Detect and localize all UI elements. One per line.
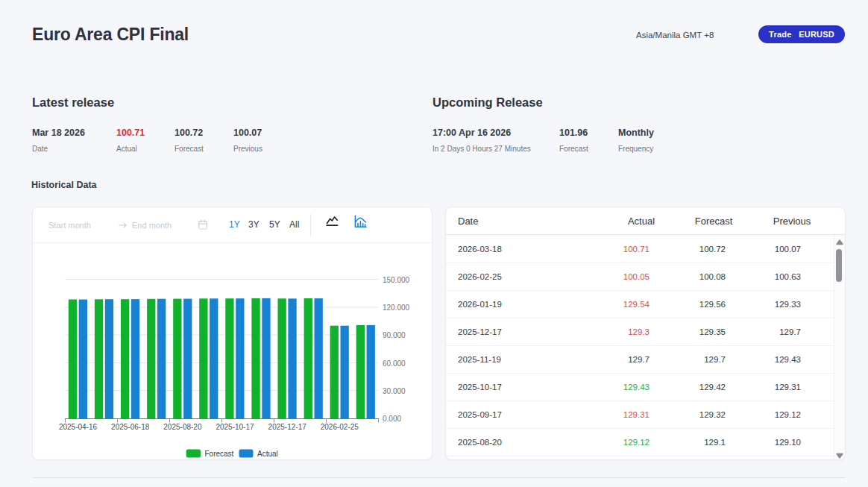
svg-text:0.000: 0.000 bbox=[383, 415, 401, 423]
svg-text:30.000: 30.000 bbox=[383, 387, 406, 395]
svg-text:2026-02-25: 2026-02-25 bbox=[321, 423, 359, 431]
svg-text:150.000: 150.000 bbox=[383, 276, 410, 284]
svg-text:120.000: 120.000 bbox=[383, 304, 410, 312]
svg-text:Actual: Actual bbox=[257, 450, 278, 458]
svg-text:2025-10-17: 2025-10-17 bbox=[216, 423, 254, 431]
svg-text:2025-08-20: 2025-08-20 bbox=[163, 423, 202, 431]
svg-text:2025-06-18: 2025-06-18 bbox=[111, 423, 150, 431]
svg-text:2025-12-17: 2025-12-17 bbox=[268, 423, 307, 431]
svg-text:Forecast: Forecast bbox=[205, 450, 234, 458]
svg-text:90.000: 90.000 bbox=[383, 331, 406, 339]
svg-text:2025-04-16: 2025-04-16 bbox=[59, 423, 98, 431]
svg-text:60.000: 60.000 bbox=[383, 359, 406, 368]
